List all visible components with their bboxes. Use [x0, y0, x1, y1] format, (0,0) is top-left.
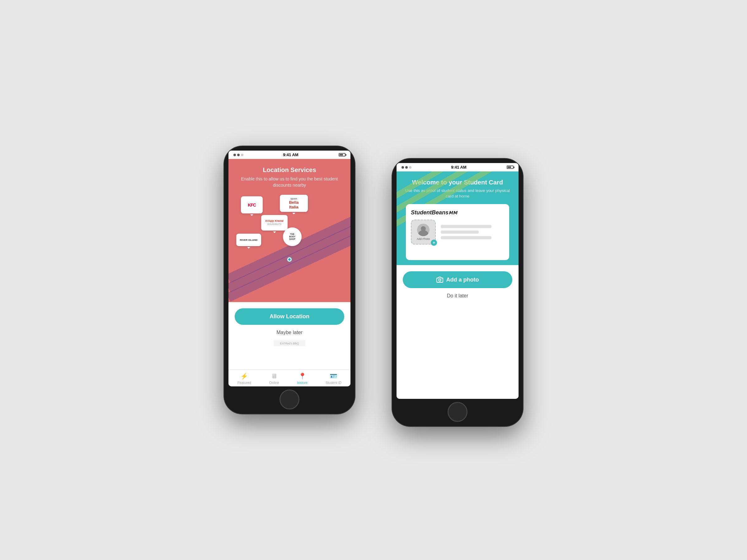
status-time-1: 9:41 AM	[283, 153, 298, 157]
kfc-logo: KFC	[248, 203, 256, 208]
bodyshop-logo: THEBODYSHOP	[289, 233, 295, 241]
signal-dots	[233, 154, 243, 156]
dot2-3	[409, 166, 411, 169]
bubble-krispy: Krispy KremeDOUGHNUTS	[261, 215, 288, 231]
featured-icon: ⚡	[240, 372, 248, 380]
krispy-logo: Krispy KremeDOUGHNUTS	[265, 220, 284, 226]
tab-student-id[interactable]: 🪪 Student iD	[326, 372, 341, 384]
card-hero: Welcome to your Student Card Use this as…	[396, 171, 518, 265]
tab-online[interactable]: 🖥 Online	[269, 373, 279, 384]
bella-logo: BellaItalia	[289, 200, 299, 210]
status-icons-2	[506, 165, 514, 169]
dot-1	[233, 154, 236, 156]
footer-right: Red's BBQ	[285, 342, 299, 345]
dot2-1	[402, 166, 404, 169]
card-text-lines	[441, 225, 504, 239]
do-it-later-text[interactable]: Do it later	[447, 293, 468, 299]
tab-featured-label: Featured	[237, 381, 251, 384]
status-icons-1	[338, 153, 345, 157]
dot2-2	[405, 166, 408, 169]
tab-student-id-label: Student iD	[326, 381, 341, 384]
hero-subtitle-1: Enable this to allow us to find you the …	[229, 176, 351, 193]
phone-2-screen: 9:41 AM Welcome to your Student Card Use…	[396, 163, 518, 399]
tab-instore[interactable]: 📍 Instore	[297, 372, 308, 384]
svg-point-0	[439, 279, 441, 281]
brand-bubbles: KFC iguan BellaItalia Krispy KremeDOUGHN…	[232, 193, 347, 268]
river-logo: RIVER ISLAND	[240, 239, 257, 241]
student-beans-logo: StudentBeansᴍᴍ	[411, 209, 504, 216]
home-button-1[interactable]	[280, 390, 300, 409]
scene: 9:41 AM Location Services Enable this to…	[0, 0, 747, 560]
phone-2: 9:41 AM Welcome to your Student Card Use…	[392, 159, 523, 426]
home-button-2[interactable]	[447, 402, 467, 422]
location-dot	[287, 257, 292, 262]
status-time-2: 9:41 AM	[451, 165, 466, 169]
dot-2	[237, 154, 240, 156]
footer-left: EAT	[280, 342, 285, 345]
text-line-1	[441, 225, 491, 228]
bubble-river: RIVER ISLAND	[236, 234, 261, 246]
phone-1: 9:41 AM Location Services Enable this to…	[224, 146, 355, 414]
tab-bar-1: ⚡ Featured 🖥 Online 📍 Instore 🪪 Student …	[229, 370, 351, 386]
bubble-bodyshop: THEBODYSHOP	[283, 228, 302, 246]
bubble-bella: iguan BellaItalia	[280, 195, 308, 212]
maybe-later-text[interactable]: Maybe later	[276, 330, 303, 336]
camera-icon	[436, 276, 443, 283]
footer-peek: EAT Red's BBQ	[274, 340, 305, 346]
text-line-2	[441, 231, 479, 234]
bubble-kfc: KFC	[241, 196, 263, 213]
phone-1-screen: 9:41 AM Location Services Enable this to…	[229, 151, 351, 386]
card-photo-area: Add Photo +	[411, 220, 504, 244]
hero-section-1: Location Services Enable this to allow u…	[229, 159, 351, 302]
signal-dots-2	[402, 166, 411, 169]
tab-instore-label: Instore	[297, 381, 308, 384]
add-plus-icon[interactable]: +	[431, 240, 437, 246]
add-photo-button-label: Add a photo	[446, 276, 479, 283]
status-bar-2: 9:41 AM	[396, 163, 518, 171]
bottom-section-1: Allow Location Maybe later EAT Red's BBQ	[229, 302, 351, 370]
allow-location-button[interactable]: Allow Location	[235, 308, 344, 325]
online-icon: 🖥	[271, 373, 277, 380]
add-photo-label: Add Photo	[417, 237, 430, 240]
iguana-text: iguan	[289, 197, 299, 200]
battery-icon-2	[507, 165, 514, 169]
tab-online-label: Online	[269, 381, 279, 384]
student-card: StudentBeansᴍᴍ Add Photo +	[406, 204, 509, 260]
instore-icon: 📍	[299, 372, 306, 380]
dot-3	[241, 154, 243, 156]
hero-title-1: Location Services	[229, 159, 351, 176]
tab-featured[interactable]: ⚡ Featured	[237, 372, 251, 384]
battery-icon	[339, 153, 345, 157]
student-id-icon: 🪪	[330, 372, 337, 380]
status-bar-1: 9:41 AM	[229, 151, 351, 159]
card-bottom-section: Add a photo Do it later	[396, 265, 518, 399]
text-line-3	[441, 236, 491, 239]
add-photo-button[interactable]: Add a photo	[403, 271, 512, 288]
avatar-icon	[417, 224, 430, 236]
photo-placeholder[interactable]: Add Photo +	[411, 220, 436, 244]
